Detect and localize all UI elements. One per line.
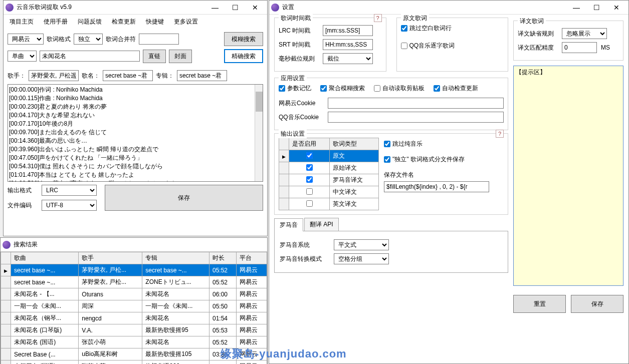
encoding-select[interactable]: UTF-8 xyxy=(42,200,97,211)
table-row[interactable]: secret base ~...茅野愛衣, 戸松...ZONEトリビュ...05… xyxy=(1,276,267,288)
romaji-sys-select[interactable]: 平文式 xyxy=(334,239,389,250)
lrc-ts-input[interactable] xyxy=(323,25,373,36)
menu-feedback[interactable]: 问题反馈 xyxy=(76,17,104,27)
minimize-button[interactable]: — xyxy=(205,2,225,14)
table-row[interactable]: secret base ~...茅野愛衣, 戸松...secret base ~… xyxy=(1,264,267,276)
table-row[interactable]: 原始译文 xyxy=(279,162,379,174)
srt-ts-input[interactable] xyxy=(323,39,373,50)
romaji-mode-select[interactable]: 空格分组 xyxy=(334,253,389,264)
ms-rule-select[interactable]: 截位 xyxy=(323,53,373,64)
lyric-type-table[interactable]: 是否启用 歌词类型 原文原始译文罗马音译文中文译文英文译文 xyxy=(279,138,379,210)
skip-blank-checkbox[interactable]: 跳过空白歌词行 xyxy=(401,24,504,33)
results-table[interactable]: 歌曲 歌手 专辑 时长 平台 secret base ~...茅野愛衣, 戸松.… xyxy=(1,252,267,364)
qq-char-checkbox[interactable]: QQ音乐逐字歌词 xyxy=(401,42,504,50)
col-album[interactable]: 专辑 xyxy=(142,252,209,264)
artist-label: 歌手： xyxy=(8,72,26,80)
menu-update[interactable]: 检查更新 xyxy=(110,17,138,27)
table-row[interactable]: 未闻花名（钢琴...nengcd未闻花名01:54网易云 xyxy=(1,312,267,324)
col-duration[interactable]: 时长 xyxy=(209,252,237,264)
settings-reset-button[interactable]: 重置 xyxy=(513,295,566,313)
table-row[interactable]: 未闻花名 (口琴版)V.A.最新热歌慢摇9505:53网易云 xyxy=(1,324,267,336)
ms-unit: MS xyxy=(601,44,610,51)
table-row[interactable]: 原文 xyxy=(279,150,379,162)
precision-label: 译文匹配精度 xyxy=(518,44,558,52)
auto-update-checkbox[interactable]: 自动检查更新 xyxy=(434,84,478,93)
maximize-button[interactable]: ☐ xyxy=(225,2,245,14)
netease-cookie-input[interactable] xyxy=(328,98,504,109)
orig-lyric-legend: 原文歌词 xyxy=(401,14,429,23)
fuzzy-search-button[interactable]: 模糊搜索 xyxy=(224,32,263,46)
agg-fuzzy-checkbox[interactable]: 聚合模糊搜索 xyxy=(320,84,365,93)
split-file-checkbox[interactable]: "独立" 歌词格式分文件保存 xyxy=(384,155,504,164)
col-platform[interactable]: 平台 xyxy=(236,252,267,264)
album-input[interactable] xyxy=(177,70,227,81)
cover-button[interactable]: 封面 xyxy=(169,50,192,63)
table-row[interactable]: Secret Base (...uBio高尾和树最新热歌慢摇10503:36网易… xyxy=(1,348,267,360)
type-select[interactable]: 单曲 xyxy=(8,51,37,62)
main-menubar: 项目主页 使用手册 问题反馈 检查更新 快捷键 更多设置 xyxy=(4,15,267,29)
help-icon[interactable]: ? xyxy=(496,130,504,138)
table-row[interactable]: 未闻花名 (国语)张苡小萌热门华语26605:52网易云 xyxy=(1,360,267,365)
settings-title: 设置 xyxy=(282,3,566,12)
table-row[interactable]: 未闻花名 - 【...Oturans未闻花名06:00网易云 xyxy=(1,288,267,300)
col-song[interactable]: 歌曲 xyxy=(11,252,79,264)
param-mem-checkbox[interactable]: 参数记忆 xyxy=(279,84,311,93)
table-row[interactable]: 未闻花名 (国语)张苡小萌未闻花名05:52网易云 xyxy=(1,336,267,348)
lyrics-textarea[interactable]: [00:00.000]作词 : Norihiko Machida [00:00.… xyxy=(8,84,263,182)
song-label: 歌名： xyxy=(82,72,100,80)
table-row[interactable]: 罗马音译文 xyxy=(279,174,379,186)
romaji-sys-label: 罗马音系统 xyxy=(280,241,330,249)
lyric-format-label: 歌词格式 xyxy=(47,35,71,44)
app-icon xyxy=(6,4,14,12)
col-enable: 是否启用 xyxy=(289,138,330,150)
menu-more[interactable]: 更多设置 xyxy=(172,17,200,27)
maximize-button[interactable]: ☐ xyxy=(586,2,606,14)
missing-rule-select[interactable]: 忽略展示 xyxy=(562,28,607,39)
artist-input[interactable] xyxy=(29,70,79,81)
minimize-button[interactable]: — xyxy=(566,2,586,14)
table-row[interactable]: 中文译文 xyxy=(279,186,379,198)
app-icon xyxy=(271,4,279,12)
netease-cookie-label: 网易云Cookie xyxy=(279,99,324,108)
merge-sym-input[interactable] xyxy=(139,34,179,45)
close-button[interactable]: ✕ xyxy=(245,2,265,14)
output-legend: 输出设置 xyxy=(279,130,307,138)
col-type: 歌词类型 xyxy=(330,138,379,150)
source-select[interactable]: 网易云 xyxy=(8,34,44,45)
lrc-ts-label: LRC 时间戳 xyxy=(279,27,319,35)
precision-input[interactable] xyxy=(562,42,597,53)
merge-sym-label: 歌词合并符 xyxy=(106,35,136,44)
tab-trans-api[interactable]: 翻译 API xyxy=(304,218,339,231)
filename-input[interactable] xyxy=(384,181,489,192)
tips-box: 【提示区】 xyxy=(513,66,623,286)
close-button[interactable]: ✕ xyxy=(606,2,626,14)
menu-home[interactable]: 项目主页 xyxy=(8,17,36,27)
exact-search-button[interactable]: 精确搜索 xyxy=(224,49,263,63)
direct-link-button[interactable]: 直链 xyxy=(143,50,166,63)
encoding-label: 文件编码 xyxy=(8,201,38,210)
col-artist[interactable]: 歌手 xyxy=(79,252,142,264)
trans-lyric-legend: 译文歌词 xyxy=(518,17,546,26)
settings-save-button[interactable]: 保存 xyxy=(571,295,623,313)
save-button[interactable]: 保存 xyxy=(105,185,263,211)
auto-clip-checkbox[interactable]: 自动读取剪贴板 xyxy=(374,84,425,93)
menu-manual[interactable]: 使用手册 xyxy=(42,17,70,27)
output-format-select[interactable]: LRC xyxy=(42,185,97,196)
menu-shortcut[interactable]: 快捷键 xyxy=(144,17,166,27)
keyword-input[interactable] xyxy=(40,51,140,62)
table-row[interactable]: 一期一会《未闻...周深一期一会《未闻...05:50网易云 xyxy=(1,300,267,312)
missing-rule-label: 译文缺省规则 xyxy=(518,30,558,38)
album-label: 专辑： xyxy=(156,72,174,80)
tab-romaji[interactable]: 罗马音 xyxy=(274,218,303,231)
results-title: 搜索结果 xyxy=(14,240,265,249)
romaji-mode-label: 罗马音转换模式 xyxy=(280,255,330,263)
table-row[interactable]: 英文译文 xyxy=(279,198,379,210)
app-legend: 应用设置 xyxy=(279,74,307,83)
help-icon[interactable]: ? xyxy=(374,14,382,22)
song-input[interactable] xyxy=(103,70,153,81)
lyrics-scrollbar[interactable] xyxy=(255,85,263,181)
skip-pure-checkbox[interactable]: 跳过纯音乐 xyxy=(384,140,504,148)
lyric-format-select[interactable]: 独立 xyxy=(74,34,103,45)
qq-cookie-input[interactable] xyxy=(328,112,504,123)
lyric-ts-legend: 歌词时间戳 xyxy=(279,14,313,23)
